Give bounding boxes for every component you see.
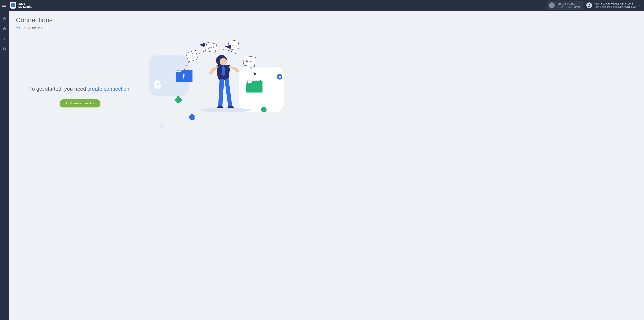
svg-text:$: $ — [4, 37, 5, 40]
svg-point-27 — [278, 76, 281, 78]
svg-rect-3 — [3, 29, 4, 30]
leads-usage-text: LEADS usage: 2 of 2'000 (0%) — [558, 2, 580, 9]
user-email: regina.savemyleads@gmail.com — [594, 2, 636, 5]
svg-point-25 — [200, 108, 250, 112]
menu-toggle-icon[interactable] — [2, 3, 7, 8]
svg-point-1 — [588, 4, 590, 5]
empty-state-text-area: To get started, you need create connecti… — [16, 37, 144, 125]
avatar-icon — [586, 3, 592, 8]
breadcrumb: Main / Connections — [16, 26, 637, 29]
create-connection-label: Create connection — [70, 102, 95, 105]
breadcrumb-separator: / — [23, 26, 26, 29]
leads-usage-values: 2 of 2'000 (0%) — [558, 5, 580, 9]
create-connection-button[interactable]: ＋ Create connection — [60, 99, 100, 107]
leads-pct: (0%) — [574, 5, 580, 8]
plus-icon: ＋ — [65, 101, 68, 105]
user-menu[interactable]: regina.savemyleads@gmail.com Plan |Start… — [586, 2, 638, 8]
info-icon: i — [549, 3, 554, 8]
logo-badge-icon — [10, 2, 16, 9]
chevron-down-icon[interactable] — [638, 4, 644, 7]
svg-point-7 — [4, 48, 5, 49]
sidebar-item-connections[interactable] — [0, 25, 9, 32]
page-content: Connections Main / Connections To get st… — [9, 11, 644, 320]
plan-prefix: Plan |Start| left until payment — [594, 6, 626, 8]
user-info: regina.savemyleads@gmail.com Plan |Start… — [594, 2, 636, 8]
leads-of: of — [561, 5, 564, 8]
empty-period: . — [129, 86, 131, 92]
sidebar: $ — [0, 11, 9, 320]
user-plan-line: Plan |Start| left until payment 366 days — [594, 6, 636, 9]
brand-line2: My Leads. — [18, 5, 32, 8]
sidebar-item-account[interactable] — [0, 46, 9, 52]
page-title: Connections — [16, 16, 637, 24]
leads-usage-title: LEADS usage: — [558, 2, 580, 5]
leads-total: 2'000 — [566, 5, 572, 8]
svg-point-30 — [160, 124, 164, 128]
plan-days-number: 366 — [626, 6, 630, 8]
breadcrumb-current: Connections — [27, 26, 43, 29]
svg-point-22 — [220, 58, 227, 66]
brand-text: Save My Leads. — [18, 2, 32, 8]
breadcrumb-main-link[interactable]: Main — [16, 26, 22, 29]
svg-marker-29 — [175, 96, 182, 103]
app-header: Save My Leads. i LEADS usage: 2 of 2'000… — [0, 0, 644, 11]
sidebar-item-home[interactable] — [0, 15, 9, 22]
empty-link-text: create connection — [88, 86, 129, 92]
brand-logo[interactable]: Save My Leads. — [10, 2, 32, 9]
empty-lead-in: To get started, you need — [29, 86, 88, 92]
empty-state: To get started, you need create connecti… — [16, 37, 289, 125]
empty-state-message: To get started, you need create connecti… — [29, 85, 131, 93]
header-left: Save My Leads. — [0, 2, 32, 9]
header-right: i LEADS usage: 2 of 2'000 (0%) — [547, 0, 644, 11]
brand-line1: Save — [18, 2, 32, 5]
empty-state-illustration: Lead 1 Lead 2 Lead 3 Lead 4 — [144, 37, 289, 125]
sidebar-item-billing[interactable]: $ — [0, 36, 9, 42]
svg-rect-2 — [4, 27, 5, 28]
plan-days-word: days — [630, 6, 636, 8]
illustration-svg: Lead 1 Lead 2 Lead 3 Lead 4 — [144, 37, 289, 135]
svg-text:Lead 3: Lead 3 — [231, 44, 237, 46]
svg-text:f: f — [183, 73, 185, 80]
leads-usage-box[interactable]: i LEADS usage: 2 of 2'000 (0%) — [547, 1, 583, 10]
svg-point-28 — [261, 107, 267, 113]
svg-text:Lead 1: Lead 1 — [191, 53, 194, 59]
leads-used: 2 — [558, 5, 559, 8]
svg-rect-4 — [5, 29, 6, 30]
